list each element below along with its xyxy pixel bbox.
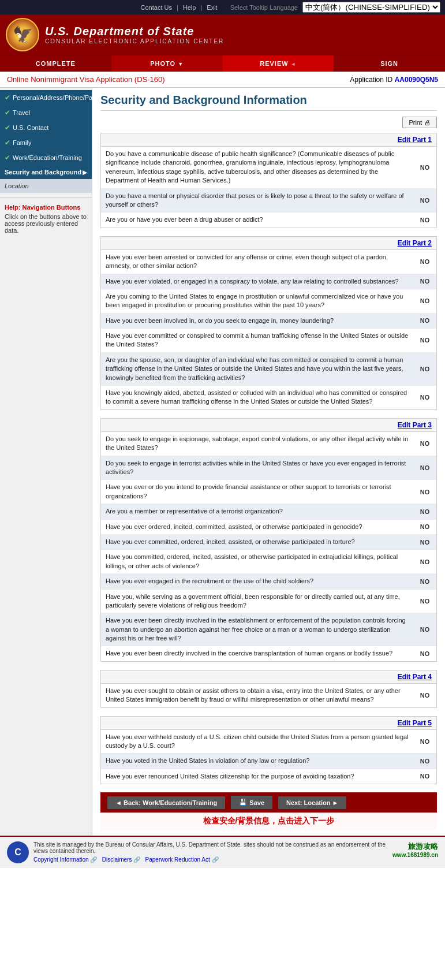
print-button[interactable]: Print 🖨 bbox=[402, 117, 437, 128]
sidebar-item-location[interactable]: Location bbox=[0, 179, 92, 193]
question-text: Have you ever ordered, incited, committe… bbox=[101, 520, 413, 534]
question-answer: NO bbox=[413, 730, 436, 754]
table-row: Are you the spouse, son, or daughter of … bbox=[101, 353, 436, 386]
table-row: Are you a member or representative of a … bbox=[101, 504, 436, 519]
question-answer: NO bbox=[413, 432, 436, 456]
sidebar-item-personal[interactable]: ✔Personal/Address/Phone/Passport bbox=[0, 90, 92, 105]
app-id: Application ID AA0090Q5N5 bbox=[350, 76, 438, 84]
table-row: Have you ever been directly involved in … bbox=[101, 613, 436, 646]
question-text: Have you ever been directly involved in … bbox=[101, 646, 413, 661]
question-text: Do you have a mental or physical disorde… bbox=[101, 189, 413, 213]
question-answer: NO bbox=[413, 456, 436, 480]
help-link[interactable]: Help bbox=[183, 4, 196, 11]
sidebar-item-travel[interactable]: ✔Travel bbox=[0, 105, 92, 120]
travel-logo: 旅游攻略 www.1681989.cn bbox=[392, 841, 438, 858]
footer: C This site is managed by the Bureau of … bbox=[0, 836, 445, 868]
contact-us-link[interactable]: Contact Us bbox=[141, 4, 172, 11]
tab-complete[interactable]: COMPLETE bbox=[0, 55, 111, 72]
footer-text-area: This site is managed by the Bureau of Co… bbox=[33, 841, 392, 863]
question-text: Do you seek to engage in espionage, sabo… bbox=[101, 432, 413, 456]
question-answer: NO bbox=[413, 613, 436, 646]
question-text: Have you, while serving as a government … bbox=[101, 590, 413, 613]
question-text: Have you committed, ordered, incited, as… bbox=[101, 550, 413, 573]
sidebar-item-us-contact[interactable]: ✔U.S. Contact bbox=[0, 120, 92, 135]
table-row: Have you ever committed, ordered, incite… bbox=[101, 535, 436, 550]
table-row: Have you ever violated, or engaged in a … bbox=[101, 274, 436, 289]
section-part3: Edit Part 3 Do you seek to engage in esp… bbox=[100, 418, 437, 662]
table-row: Do you have a mental or physical disorde… bbox=[101, 189, 436, 213]
question-answer: NO bbox=[413, 480, 436, 504]
question-text: Have you ever engaged in the recruitment… bbox=[101, 574, 413, 588]
part1-header: Edit Part 1 bbox=[101, 133, 436, 147]
table-row: Do you seek to engage in terrorist activ… bbox=[101, 456, 436, 480]
question-answer: NO bbox=[413, 329, 436, 352]
table-row: Are you coming to the United States to e… bbox=[101, 289, 436, 314]
table-row: Have you voted in the United States in v… bbox=[101, 754, 436, 769]
question-text: Have you ever renounced United States ci… bbox=[101, 769, 413, 784]
main-layout: ✔Personal/Address/Phone/Passport ✔Travel… bbox=[0, 88, 445, 836]
tooltip-label: Select Tooltip Language bbox=[230, 4, 298, 11]
exit-link[interactable]: Exit bbox=[207, 4, 217, 11]
disclaimers-link[interactable]: Disclaimers bbox=[102, 856, 132, 863]
question-answer: NO bbox=[413, 274, 436, 289]
table-row: Do you seek to engage in espionage, sabo… bbox=[101, 432, 436, 456]
tab-sign[interactable]: SIGN bbox=[334, 55, 445, 72]
paperwork-link[interactable]: Paperwork Reduction Act bbox=[145, 856, 210, 863]
edit-part5-link[interactable]: Edit Part 5 bbox=[398, 719, 432, 727]
part2-header: Edit Part 2 bbox=[101, 237, 436, 250]
copyright-link[interactable]: Copyright Information bbox=[33, 856, 89, 863]
question-answer: NO bbox=[413, 504, 436, 519]
chinese-instructions: 检查安全/背景信息，点击进入下一步 bbox=[100, 813, 437, 830]
table-row: Have you ever been directly involved in … bbox=[101, 646, 436, 661]
part3-header: Edit Part 3 bbox=[101, 419, 436, 432]
print-row: Print 🖨 bbox=[100, 117, 437, 128]
edit-part1-link[interactable]: Edit Part 1 bbox=[398, 136, 432, 144]
print-icon: 🖨 bbox=[424, 119, 431, 126]
tab-review[interactable]: REVIEW bbox=[223, 55, 334, 72]
sidebar-item-work[interactable]: ✔Work/Education/Training bbox=[0, 150, 92, 165]
application-header: Online Nonimmigrant Visa Application (DS… bbox=[0, 72, 445, 88]
table-row: Have you ever engaged in the recruitment… bbox=[101, 574, 436, 589]
question-text: Do you seek to engage in terrorist activ… bbox=[101, 456, 413, 480]
question-text: Do you have a communicable disease of pu… bbox=[101, 147, 413, 188]
question-text: Have you ever sought to obtain or assist… bbox=[101, 684, 413, 707]
question-answer: NO bbox=[413, 520, 436, 534]
table-row: Have you, while serving as a government … bbox=[101, 590, 436, 614]
question-text: Have you voted in the United States in v… bbox=[101, 754, 413, 768]
edit-part3-link[interactable]: Edit Part 3 bbox=[398, 421, 432, 429]
table-row: Have you ever been involved in, or do yo… bbox=[101, 314, 436, 329]
question-text: Have you ever committed, ordered, incite… bbox=[101, 535, 413, 549]
question-answer: NO bbox=[413, 289, 436, 313]
sidebar-item-security[interactable]: Security and Background ▶ bbox=[0, 165, 92, 179]
save-button[interactable]: 💾 Save bbox=[231, 796, 272, 809]
top-bar: Contact Us | Help | Exit Select Tooltip … bbox=[0, 0, 445, 14]
question-answer: NO bbox=[413, 314, 436, 328]
edit-part2-link[interactable]: Edit Part 2 bbox=[398, 239, 432, 247]
table-row: Have you ever renounced United States ci… bbox=[101, 769, 436, 784]
question-text: Have you knowingly aided, abetted, assis… bbox=[101, 386, 413, 409]
section-part5: Edit Part 5 Have you ever withheld custo… bbox=[100, 716, 437, 785]
page-header: 🦅 U.S. Department of State CONSULAR ELEC… bbox=[0, 14, 445, 55]
sidebar-arrow-icon: ▶ bbox=[83, 169, 87, 176]
question-answer: NO bbox=[413, 535, 436, 549]
save-icon: 💾 bbox=[239, 799, 247, 806]
question-text: Have you ever violated, or engaged in a … bbox=[101, 274, 413, 289]
page-title: Security and Background Information bbox=[100, 94, 437, 111]
bottom-navigation: ◄ Back: Work/Education/Training 💾 Save N… bbox=[100, 792, 437, 813]
next-button[interactable]: Next: Location ► bbox=[278, 796, 346, 809]
tab-photo[interactable]: PHOTO bbox=[111, 55, 223, 72]
question-answer: NO bbox=[413, 684, 436, 707]
question-answer: NO bbox=[413, 213, 436, 227]
part5-header: Edit Part 5 bbox=[101, 717, 436, 730]
back-button[interactable]: ◄ Back: Work/Education/Training bbox=[107, 796, 225, 809]
question-text: Have you ever or do you intend to provid… bbox=[101, 480, 413, 504]
table-row: Have you ever been arrested or convicted… bbox=[101, 250, 436, 274]
question-text: Have you ever been directly involved in … bbox=[101, 613, 413, 646]
table-row: Have you ever sought to obtain or assist… bbox=[101, 684, 436, 707]
tooltip-language-select[interactable]: 中文(简体）(CHINESE-SIMPLIFIED) bbox=[302, 2, 440, 13]
app-title: Online Nonimmigrant Visa Application (DS… bbox=[7, 75, 165, 84]
question-answer: NO bbox=[413, 353, 436, 385]
sidebar-item-family[interactable]: ✔Family bbox=[0, 135, 92, 150]
edit-part4-link[interactable]: Edit Part 4 bbox=[398, 673, 432, 681]
table-row: Are you or have you ever been a drug abu… bbox=[101, 213, 436, 227]
